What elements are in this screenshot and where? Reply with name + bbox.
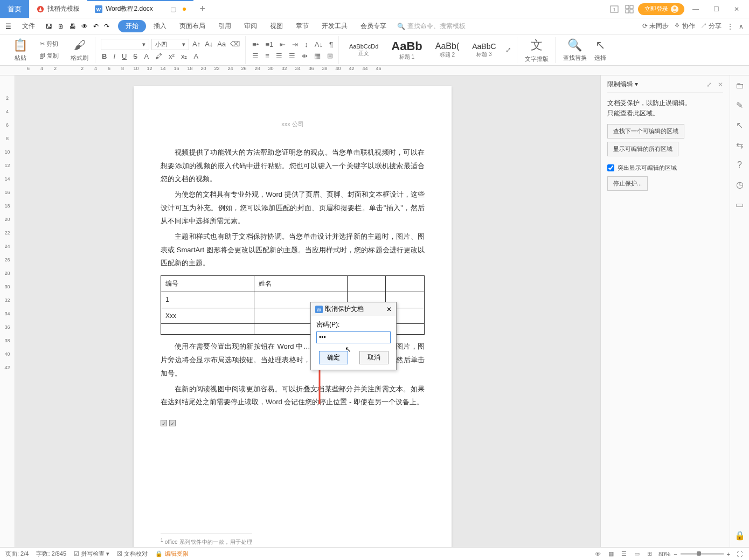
font-effects-button[interactable]: A <box>192 51 199 61</box>
settings-icon[interactable]: ⇆ <box>736 140 743 150</box>
change-case-button[interactable]: Aa <box>216 39 227 50</box>
qat-preview-icon[interactable]: 👁 <box>81 23 88 30</box>
highlight-regions-checkbox[interactable]: 突出显示可编辑的区域 <box>607 164 723 172</box>
bold-button[interactable]: B <box>101 51 108 61</box>
clock-icon[interactable]: ◷ <box>736 179 744 190</box>
numbering-button[interactable]: ≡1 <box>264 39 274 50</box>
distribute-button[interactable]: ⇹ <box>301 51 309 61</box>
superscript-button[interactable]: x² <box>168 51 176 61</box>
find-replace-button[interactable]: 🔍查找替换 <box>561 37 589 63</box>
cut-button[interactable]: ✂剪切 <box>38 39 60 49</box>
menu-icon[interactable]: ☰ <box>5 23 11 30</box>
stop-protection-button[interactable]: 停止保护... <box>607 176 648 191</box>
find-next-region-button[interactable]: 查找下一个可编辑的区域 <box>607 124 684 139</box>
view-print-icon[interactable]: ▦ <box>607 549 615 558</box>
toolbox-icon[interactable]: 🗀 <box>736 81 744 91</box>
style-body[interactable]: AaBbCcDd正文 <box>344 42 383 59</box>
qat-saveas-icon[interactable]: 🗎 <box>58 23 64 30</box>
file-menu[interactable]: 文件 <box>17 19 40 33</box>
show-marks-button[interactable]: ¶ <box>328 39 334 50</box>
menu-insert[interactable]: 插入 <box>148 19 172 33</box>
copy-button[interactable]: 🗐复制 <box>37 51 61 61</box>
qat-print-icon[interactable]: 🖶 <box>70 23 76 30</box>
align-justify-button[interactable]: ☰ <box>288 51 296 61</box>
close-button[interactable]: ✕ <box>727 1 746 18</box>
font-name-select[interactable]: ▾ <box>101 39 149 50</box>
zoom-in-icon[interactable]: + <box>727 551 730 557</box>
share-button[interactable]: ↗ 分享 <box>701 22 722 31</box>
menu-review[interactable]: 审阅 <box>239 19 262 33</box>
menu-dev[interactable]: 开发工具 <box>316 19 353 33</box>
dialog-titlebar[interactable]: W取消保护文档 ✕ <box>311 302 396 316</box>
borders-button[interactable]: ⊞ <box>326 51 334 61</box>
login-button[interactable]: 立即登录 <box>638 3 684 15</box>
password-input[interactable] <box>316 331 391 343</box>
edit-locked-indicator[interactable]: 🔒编辑受限 <box>155 550 189 558</box>
panel-close-icon[interactable]: ✕ <box>718 81 723 88</box>
tab-home[interactable]: 首页 <box>0 0 29 18</box>
shrink-font-button[interactable]: A↓ <box>204 39 214 50</box>
align-right-button[interactable]: ☰ <box>275 51 283 61</box>
show-all-regions-button[interactable]: 显示可编辑的所有区域 <box>607 142 678 156</box>
select-button[interactable]: ↖选择 <box>592 37 608 63</box>
menu-layout[interactable]: 页面布局 <box>174 19 211 33</box>
maximize-button[interactable]: ☐ <box>707 1 725 18</box>
style-h3[interactable]: AaBbC标题 3 <box>467 40 501 60</box>
reading-icon[interactable]: ▭ <box>736 199 744 210</box>
pencil-icon[interactable]: ✎ <box>736 100 743 110</box>
grow-font-button[interactable]: A↑ <box>191 39 202 50</box>
document-canvas[interactable]: xxx 公司 视频提供了功能强大的方法帮助您证明您的观点。当您单击联机视频时，可… <box>15 75 600 547</box>
zoom-out-icon[interactable]: − <box>674 551 677 557</box>
view-web-icon[interactable]: ▭ <box>633 549 641 558</box>
proof-toggle[interactable]: ☒ 文档校对 <box>117 550 148 558</box>
font-color-button[interactable]: A <box>143 51 150 61</box>
sync-status[interactable]: ⟳ 未同步 <box>642 22 669 31</box>
tab-document[interactable]: W Word教程2.docx ▢ <box>87 0 193 18</box>
menu-vip[interactable]: 会员专享 <box>355 19 392 33</box>
sort-button[interactable]: A↓ <box>314 39 324 50</box>
qat-undo-icon[interactable]: ↶ <box>93 23 99 30</box>
menu-view[interactable]: 视图 <box>265 19 288 33</box>
menu-start[interactable]: 开始 <box>118 20 146 32</box>
indent-inc-button[interactable]: ⇥ <box>291 39 299 50</box>
eye-icon[interactable]: 👁 <box>594 550 602 558</box>
underline-button[interactable]: U <box>121 51 128 61</box>
style-h1[interactable]: AaBb标题 1 <box>386 38 427 63</box>
word-count[interactable]: 字数: 2/845 <box>36 550 66 558</box>
format-painter-button[interactable]: 🖌格式刷 <box>68 37 91 63</box>
shading-button[interactable]: ▦ <box>313 51 322 61</box>
line-spacing-button[interactable]: ↕ <box>303 39 309 50</box>
cancel-button[interactable]: 取消 <box>359 351 389 364</box>
command-search[interactable]: 🔍 查找命令、搜索模板 <box>397 22 466 31</box>
collapse-ribbon-icon[interactable]: ∧ <box>739 23 744 30</box>
subscript-button[interactable]: x₂ <box>180 51 189 61</box>
view-outline-icon[interactable]: ☰ <box>620 549 628 558</box>
dialog-close-button[interactable]: ✕ <box>386 306 392 313</box>
menu-ref[interactable]: 引用 <box>213 19 237 33</box>
lock-icon[interactable]: 🔒 <box>734 530 745 541</box>
minimize-button[interactable]: — <box>686 1 705 18</box>
ok-button[interactable]: 确定 <box>319 351 348 364</box>
more-icon[interactable]: ⋮ <box>727 23 733 30</box>
checkbox[interactable] <box>607 164 614 171</box>
italic-button[interactable]: I <box>112 51 116 61</box>
strike-button[interactable]: S̶ <box>132 51 138 61</box>
menu-chapter[interactable]: 章节 <box>290 19 314 33</box>
bullets-button[interactable]: ≡• <box>251 39 260 50</box>
align-center-button[interactable]: ≡ <box>264 51 271 61</box>
clear-format-button[interactable]: ⌫ <box>229 39 241 50</box>
highlight-button[interactable]: 🖍 <box>154 51 163 61</box>
layout-1-icon[interactable]: 1 <box>608 3 621 16</box>
qat-redo-icon[interactable]: ↷ <box>104 23 109 30</box>
spell-check-toggle[interactable]: ☑ 拼写检查 ▾ <box>74 550 109 558</box>
pin-icon[interactable]: ⤢ <box>706 81 712 88</box>
help-icon[interactable]: ? <box>737 160 742 170</box>
view-read-icon[interactable]: ⊞ <box>646 549 653 558</box>
align-left-button[interactable]: ☰ <box>251 51 260 61</box>
tab-menu-icon[interactable]: ▢ <box>170 5 176 13</box>
zoom-slider[interactable] <box>681 553 724 555</box>
collab-button[interactable]: ⚘ 协作 <box>674 22 695 31</box>
new-tab-button[interactable]: + <box>193 0 212 18</box>
style-h2[interactable]: AaBb(标题 2 <box>431 40 464 60</box>
select-icon[interactable]: ↖ <box>736 120 743 130</box>
